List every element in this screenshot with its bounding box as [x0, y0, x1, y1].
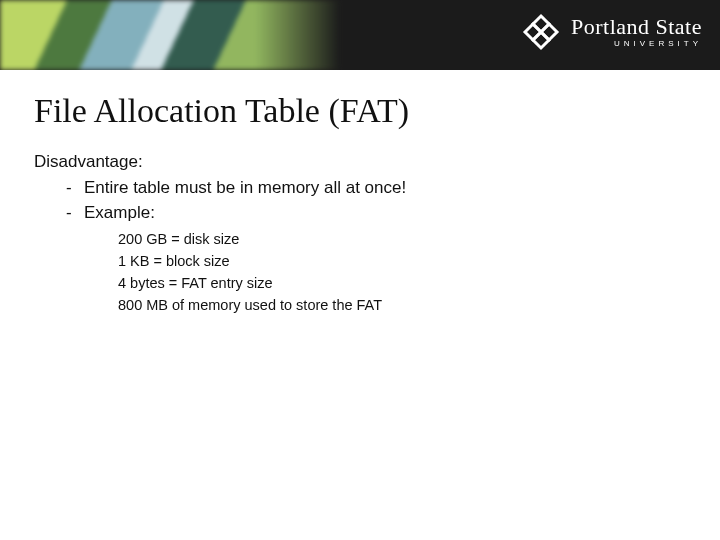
interlock-icon: [521, 12, 561, 52]
subheading: Disadvantage:: [34, 152, 686, 172]
slide-title: File Allocation Table (FAT): [34, 92, 686, 130]
list-item: 1 KB = block size: [118, 251, 686, 273]
logo-name: Portland State: [571, 16, 702, 38]
logo-subtitle: UNIVERSITY: [571, 40, 702, 48]
list-item: - Example:: [66, 201, 686, 226]
bullet-text: Example:: [84, 201, 155, 226]
slide-content: File Allocation Table (FAT) Disadvantage…: [0, 70, 720, 316]
list-item: - Entire table must be in memory all at …: [66, 176, 686, 201]
banner-photo: [0, 0, 340, 70]
university-logo: Portland State UNIVERSITY: [521, 12, 702, 52]
dash-icon: -: [66, 201, 84, 226]
list-item: 200 GB = disk size: [118, 229, 686, 251]
bullet-text: Entire table must be in memory all at on…: [84, 176, 406, 201]
list-item: 800 MB of memory used to store the FAT: [118, 295, 686, 317]
list-item: 4 bytes = FAT entry size: [118, 273, 686, 295]
dash-icon: -: [66, 176, 84, 201]
header-banner: Portland State UNIVERSITY: [0, 0, 720, 70]
slide: Portland State UNIVERSITY File Allocatio…: [0, 0, 720, 540]
example-list: 200 GB = disk size 1 KB = block size 4 b…: [118, 229, 686, 316]
bullet-list: - Entire table must be in memory all at …: [66, 176, 686, 225]
